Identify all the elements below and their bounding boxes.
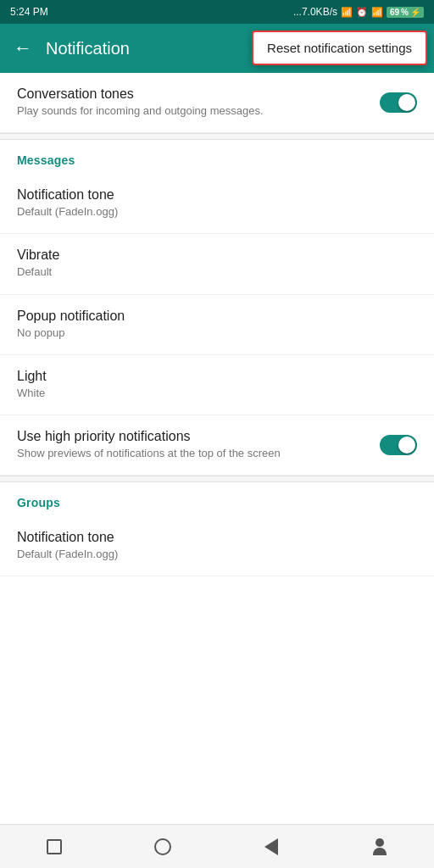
status-bar-right: ...7.0KB/s 📶 ⏰ 📶 69 % ⚡ bbox=[293, 6, 424, 18]
nav-back-button[interactable] bbox=[251, 826, 292, 867]
messages-notification-tone-text: Notification tone Default (FadeIn.ogg) bbox=[17, 187, 417, 220]
status-bar: 5:24 PM ...7.0KB/s 📶 ⏰ 📶 69 % ⚡ bbox=[0, 0, 434, 24]
messages-vibrate-item[interactable]: Vibrate Default bbox=[0, 234, 434, 294]
conversation-tones-item[interactable]: Conversation tones Play sounds for incom… bbox=[0, 73, 434, 133]
messages-light-text: Light White bbox=[17, 369, 417, 401]
messages-popup-title: Popup notification bbox=[17, 309, 417, 324]
toggle-thumb bbox=[398, 94, 415, 111]
person-head bbox=[376, 838, 384, 847]
messages-notification-tone-subtitle: Default (FadeIn.ogg) bbox=[17, 204, 417, 220]
person-icon bbox=[373, 838, 387, 855]
priority-toggle-thumb bbox=[398, 437, 415, 453]
battery-percent: 69 bbox=[390, 8, 399, 17]
reset-notification-popup[interactable]: Reset notification settings bbox=[252, 31, 427, 65]
messages-priority-text: Use high priority notifications Show pre… bbox=[17, 429, 380, 461]
bottom-nav bbox=[0, 824, 434, 868]
battery-label: % bbox=[401, 8, 409, 17]
conversation-tones-text: Conversation tones Play sounds for incom… bbox=[17, 86, 380, 119]
divider-1 bbox=[0, 133, 434, 140]
groups-notification-tone-text: Notification tone Default (FadeIn.ogg) bbox=[17, 530, 417, 562]
groups-notification-tone-title: Notification tone bbox=[17, 530, 417, 545]
divider-2 bbox=[0, 476, 434, 482]
conversation-tones-title: Conversation tones bbox=[17, 86, 380, 102]
back-button[interactable]: ← bbox=[14, 37, 32, 59]
messages-popup-item[interactable]: Popup notification No popup bbox=[0, 295, 434, 355]
battery-indicator: 69 % ⚡ bbox=[387, 7, 424, 18]
groups-notification-tone-subtitle: Default (FadeIn.ogg) bbox=[17, 547, 417, 562]
conversation-tones-subtitle: Play sounds for incoming and outgoing me… bbox=[17, 103, 380, 119]
messages-priority-item[interactable]: Use high priority notifications Show pre… bbox=[0, 415, 434, 476]
messages-vibrate-title: Vibrate bbox=[17, 248, 417, 263]
nav-accessibility-button[interactable] bbox=[359, 826, 400, 867]
messages-section-header: Messages bbox=[0, 140, 434, 174]
messages-popup-subtitle: No popup bbox=[17, 326, 417, 341]
charging-icon: ⚡ bbox=[410, 8, 420, 17]
circle-icon bbox=[154, 838, 171, 855]
triangle-icon bbox=[264, 838, 278, 855]
messages-light-title: Light bbox=[17, 369, 417, 384]
messages-vibrate-subtitle: Default bbox=[17, 264, 417, 280]
messages-priority-title: Use high priority notifications bbox=[17, 429, 380, 444]
app-bar: ← Notification Reset notification settin… bbox=[0, 24, 434, 73]
groups-notification-tone-item[interactable]: Notification tone Default (FadeIn.ogg) bbox=[0, 516, 434, 576]
messages-vibrate-text: Vibrate Default bbox=[17, 248, 417, 280]
messages-light-subtitle: White bbox=[17, 386, 417, 401]
network-speed: ...7.0KB/s bbox=[293, 6, 337, 18]
signal-bars-icon: 📶 bbox=[371, 7, 383, 18]
groups-section-header: Groups bbox=[0, 482, 434, 516]
person-body bbox=[373, 848, 387, 855]
square-icon bbox=[47, 839, 62, 854]
messages-popup-text: Popup notification No popup bbox=[17, 309, 417, 341]
messages-light-item[interactable]: Light White bbox=[0, 355, 434, 415]
toggle-track bbox=[380, 92, 417, 113]
nav-home-button[interactable] bbox=[142, 826, 183, 867]
nav-recent-apps-button[interactable] bbox=[34, 826, 75, 867]
alarm-icon: ⏰ bbox=[356, 7, 368, 18]
messages-notification-tone-title: Notification tone bbox=[17, 187, 417, 203]
messages-notification-tone-item[interactable]: Notification tone Default (FadeIn.ogg) bbox=[0, 174, 434, 234]
priority-toggle-track bbox=[380, 435, 417, 455]
messages-priority-subtitle: Show previews of notifications at the to… bbox=[17, 446, 380, 461]
status-bar-left: 5:24 PM bbox=[10, 6, 48, 18]
priority-toggle[interactable] bbox=[380, 435, 417, 455]
signal-icon: 📶 bbox=[341, 7, 353, 18]
settings-content: Conversation tones Play sounds for incom… bbox=[0, 73, 434, 824]
conversation-tones-toggle[interactable] bbox=[380, 92, 417, 113]
reset-notification-label: Reset notification settings bbox=[267, 41, 412, 55]
time-label: 5:24 PM bbox=[10, 6, 48, 18]
